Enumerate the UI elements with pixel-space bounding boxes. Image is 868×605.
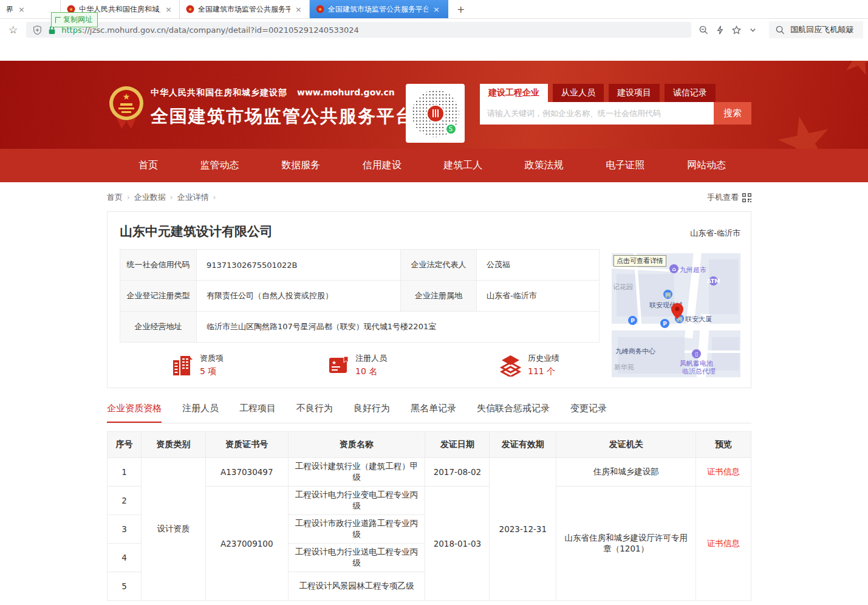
row-number: 4 <box>108 544 142 572</box>
issue-date: 2018-01-03 <box>425 487 490 601</box>
location-map[interactable]: 点击可查看详情 ⌂ 九州超市 ATM 记花园 🏢 联安现代城 🏢 联安大厦 P … <box>612 253 740 377</box>
nav-item-e-certificates[interactable]: 电子证照 <box>606 159 644 172</box>
stat-qualifications: 资质项5 项 <box>171 353 224 377</box>
nav-item-home[interactable]: 首页 <box>138 159 158 172</box>
table-row: 企业登记注册类型 有限责任公司（自然人投资或控股） 企业注册属地 山东省-临沂市 <box>120 281 600 312</box>
site-title-block: 中华人民共和国住房和城乡建设部www.mohurd.gov.cn 全国建筑市场监… <box>151 87 414 129</box>
column-header: 发证有效期 <box>490 432 556 458</box>
nav-item-site-news[interactable]: 网站动态 <box>687 159 726 172</box>
qr-code-image: S <box>412 90 459 137</box>
company-location-pin-icon <box>671 303 683 319</box>
field-value: 山东省-临沂市 <box>477 281 600 312</box>
site-permission-shield-icon[interactable] <box>32 25 43 35</box>
flash-icon[interactable] <box>715 25 725 35</box>
tab-blacklist[interactable]: 黑名单记录 <box>411 403 456 423</box>
certificate-number: A237009100 <box>205 487 288 601</box>
atm-pin-icon: ATM <box>709 276 718 285</box>
zoom-out-icon[interactable] <box>699 25 709 35</box>
tab-projects[interactable]: 工程项目 <box>239 403 276 423</box>
nav-item-construction-workers[interactable]: 建筑工人 <box>443 159 482 172</box>
building-icon <box>171 354 194 377</box>
tab-close-icon[interactable]: × <box>17 5 26 14</box>
field-label: 统一社会信用代码 <box>120 250 197 281</box>
tab-registered-personnel[interactable]: 注册人员 <box>182 403 219 423</box>
tab-change-records[interactable]: 变更记录 <box>570 403 607 423</box>
field-value: 临沂市兰山区陶然路107号星河晶都（联安）现代城1号楼2201室 <box>197 312 600 343</box>
tab-label: 全国建筑市场监管公共服务平台 <box>198 4 290 15</box>
breadcrumb-home[interactable]: 首页 <box>107 192 123 203</box>
nav-item-data-services[interactable]: 数据服务 <box>281 159 320 172</box>
stat-label: 资质项 <box>200 353 224 364</box>
tab-close-icon[interactable]: × <box>164 5 173 14</box>
svg-text:★: ★ <box>188 7 192 12</box>
decor-star-icon: ★ <box>835 61 868 87</box>
new-tab-button[interactable]: + <box>448 0 473 18</box>
address-bar[interactable]: https://jzsc.mohurd.gov.cn/data/company/… <box>26 22 691 38</box>
breadcrumb-company-data[interactable]: 企业数据 <box>134 192 166 203</box>
search-button[interactable]: 搜索 <box>714 102 751 125</box>
table-row: 企业经营地址 临沂市兰山区陶然路107号星河晶都（联安）现代城1号楼2201室 <box>120 312 600 343</box>
tab-close-icon[interactable]: × <box>432 5 441 14</box>
nav-item-credit-building[interactable]: 信用建设 <box>363 159 402 172</box>
ministry-name: 中华人民共和国住房和城乡建设部 <box>151 87 287 97</box>
browser-tab-active[interactable]: ★ 全国建筑市场监管公共服务平台 × <box>310 0 448 18</box>
map-label: 临沂总代理 <box>682 367 716 376</box>
chevron-down-icon[interactable] <box>748 25 758 35</box>
copy-tooltip-label: 复制网址 <box>63 15 92 25</box>
certificate-info-link[interactable]: 证书信息 <box>707 467 740 476</box>
url-path: ://jzsc.mohurd.gov.cn/data/company/detai… <box>82 26 359 35</box>
qr-code-icon[interactable] <box>742 193 751 202</box>
column-header: 预览 <box>696 432 751 458</box>
stat-value: 10 名 <box>355 366 387 377</box>
main-navigation: 首页 监管动态 数据服务 信用建设 建筑工人 政策法规 电子证照 网站动态 <box>0 149 868 182</box>
search-tab-projects[interactable]: 建设项目 <box>609 84 660 102</box>
tab-qualifications[interactable]: 企业资质资格 <box>107 403 162 423</box>
field-label: 企业登记注册类型 <box>120 281 197 312</box>
issue-date: 2017-08-02 <box>425 458 490 487</box>
search-row: 搜索 <box>480 102 751 125</box>
tab-dishonesty-records[interactable]: 失信联合惩戒记录 <box>477 403 550 423</box>
stat-label: 历史业绩 <box>528 353 559 364</box>
tab-close-icon[interactable]: × <box>294 5 303 14</box>
nav-item-policies[interactable]: 政策法规 <box>525 159 564 172</box>
mobile-view-label[interactable]: 手机查看 <box>707 192 739 203</box>
stat-historical-performance: 历史业绩111 个 <box>499 353 559 377</box>
qr-center-logo-icon <box>426 104 445 123</box>
keyword-search-input[interactable] <box>480 102 714 125</box>
site-title: 全国建筑市场监管公共服务平台 <box>151 104 414 129</box>
tab-bad-behavior[interactable]: 不良行为 <box>296 403 333 423</box>
nav-item-supervision-news[interactable]: 监管动态 <box>200 159 239 172</box>
poi-pin-icon: ▯ <box>692 349 701 358</box>
qualification-name: 工程设计建筑行业（建筑工程）甲级 <box>288 458 425 487</box>
search-icon <box>775 25 785 35</box>
site-header: ★ ★ ★ 中华人民共和国住房和城乡建设部www.mohurd.gov.cn 全… <box>0 61 868 149</box>
url-text: https://jzsc.mohurd.gov.cn/data/company/… <box>61 26 359 35</box>
validity-date: 2023-12-31 <box>490 458 556 601</box>
decor-star-icon: ★ <box>767 97 842 149</box>
column-header: 资质类别 <box>141 432 205 458</box>
tab-label: 界 <box>6 4 13 15</box>
search-tab-credit-records[interactable]: 诚信记录 <box>665 84 716 102</box>
certificate-info-link[interactable]: 证书信息 <box>707 538 740 548</box>
company-summary-panel: 山东中元建筑设计有限公司 山东省-临沂市 统一社会信用代码 9137130267… <box>107 211 751 388</box>
svg-text:★: ★ <box>332 360 337 366</box>
breadcrumb-separator: › <box>213 193 216 202</box>
emblem-favicon-icon: ★ <box>316 5 324 13</box>
site-search-module: 建设工程企业 从业人员 建设项目 诚信记录 搜索 <box>480 84 751 125</box>
toolbar-actions <box>696 25 760 35</box>
table-row: 1 设计资质 A137030497 工程设计建筑行业（建筑工程）甲级 2017-… <box>108 458 751 487</box>
search-tab-construction-enterprise[interactable]: 建设工程企业 <box>480 84 548 102</box>
stat-value: 111 个 <box>528 366 559 377</box>
field-value: 有限责任公司（自然人投资或控股） <box>197 281 401 312</box>
bookmark-star-icon[interactable]: ☆ <box>5 24 21 36</box>
favorite-star-icon[interactable] <box>731 25 742 35</box>
table-row: 统一社会信用代码 91371302675501022B 企业法定代表人 公茂福 <box>120 250 600 281</box>
svg-text:★: ★ <box>123 92 131 101</box>
browser-tab-3[interactable]: ★ 全国建筑市场监管公共服务平台 × <box>180 0 310 18</box>
breadcrumb-company-detail[interactable]: 企业详情 <box>177 192 209 203</box>
column-header: 资质证书号 <box>205 432 288 458</box>
search-tab-practitioners[interactable]: 从业人员 <box>553 84 604 102</box>
stat-label: 注册人员 <box>355 353 387 364</box>
news-search-box[interactable]: 国航回应飞机颠簸 <box>769 21 863 38</box>
tab-good-behavior[interactable]: 良好行为 <box>354 403 390 423</box>
